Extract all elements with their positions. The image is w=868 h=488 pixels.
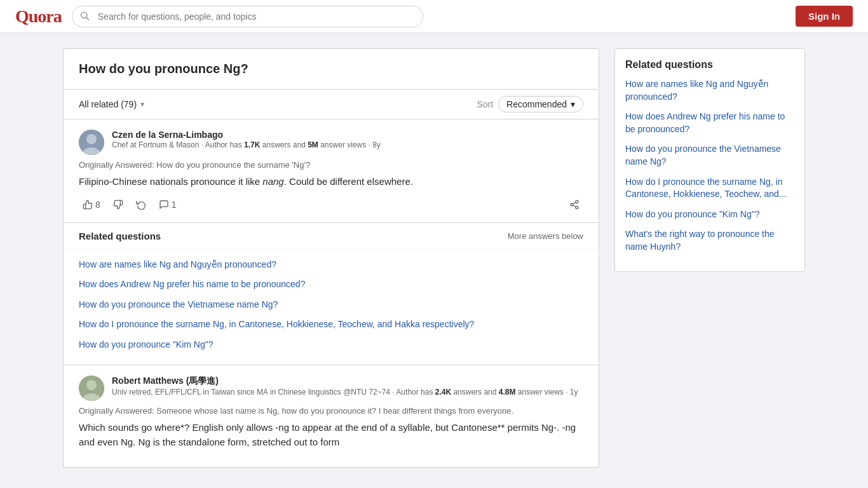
share-button[interactable] [566,197,583,212]
views-suffix: answer views · 8y [318,140,381,149]
views-suffix-2: answer views · 1y [516,388,578,396]
quora-logo: Quora [15,6,62,27]
list-item: What's the right way to pronounce the na… [625,228,794,253]
answer-text-2: Which sounds go where*? English only all… [79,421,583,449]
list-item: How do you pronounce the Vietnamese name… [79,295,583,315]
related-link-1[interactable]: How are names like Ng and Nguyễn pronoun… [79,259,276,269]
svg-line-1 [86,17,89,20]
author-info: Czen de la Serna-Limbago Chef at Fortnum… [112,130,381,151]
related-questions-feed-title: Related questions [79,231,161,241]
question-card: How do you pronounce Ng? [63,48,599,90]
related-link-5[interactable]: How do you pronounce "Kim Ng"? [79,339,214,349]
right-related-link-3[interactable]: How do you pronounce the Vietnamese name… [625,144,781,166]
search-input[interactable] [72,6,424,27]
comment-button[interactable]: 1 [155,197,180,212]
answer-text: Filipino-Chinese nationals pronounce it … [79,175,583,189]
right-related-link-6[interactable]: What's the right way to pronounce the na… [625,229,775,252]
related-link-3[interactable]: How do you pronounce the Vietnamese name… [79,299,278,309]
author-info-2: Robert Matthews (馬學進) Univ retired, EFL/… [112,376,578,398]
list-item: How do you pronounce the Vietnamese name… [625,143,794,168]
left-column: How do you pronounce Ng? All related (79… [63,48,599,468]
author-meta-2: Univ retired, EFL/FFL/CFL in Taiwan sinc… [112,387,578,398]
answers-suffix-2: answers and [451,388,499,396]
author-meta: Chef at Fortnum & Mason · Author has 1.7… [112,140,381,151]
comment-count: 1 [172,200,177,210]
sort-section: Sort Recommended ▾ [477,96,583,112]
italic-text: nang [262,176,283,187]
author-row-2: Robert Matthews (馬學進) Univ retired, EFL/… [79,376,583,401]
right-related-link-1[interactable]: How are names like Ng and Nguyễn pronoun… [625,79,768,102]
right-related-card: Related questions How are names like Ng … [614,48,805,272]
right-related-link-5[interactable]: How do you pronounce "Kim Ng"? [625,209,760,219]
answer-card-1: Czen de la Serna-Limbago Chef at Fortnum… [63,119,599,223]
all-related-filter[interactable]: All related (79) ▾ [79,99,144,109]
author-row: Czen de la Serna-Limbago Chef at Fortnum… [79,130,583,155]
upvote-button[interactable]: 8 [79,197,104,212]
chevron-down-icon: ▾ [571,99,575,109]
more-answers-label: More answers below [508,231,583,241]
svg-line-8 [573,205,576,207]
all-related-label: All related (79) [79,99,137,109]
list-item: How do you pronounce "Kim Ng"? [79,335,583,355]
author-name-2[interactable]: Robert Matthews (馬學進) [112,376,578,387]
right-related-link-4[interactable]: How do I pronounce the surname Ng, in Ca… [625,177,786,200]
originally-answered: Originally Answered: How do you pronounc… [79,160,583,170]
list-item: How are names like Ng and Nguyễn pronoun… [625,78,794,103]
list-item: How do you pronounce "Kim Ng"? [625,208,794,221]
views-count-2: 4.8M [499,388,516,396]
text-before-italic: Filipino-Chinese nationals pronounce it … [79,176,262,187]
filters-bar: All related (79) ▾ Sort Recommended ▾ [63,90,599,119]
originally-answered-2: Originally Answered: Someone whose last … [79,406,583,416]
answer-card-2: Robert Matthews (馬學進) Univ retired, EFL/… [63,365,599,468]
main-container: How do you pronounce Ng? All related (79… [53,33,815,483]
header: Quora Sign In [0,0,868,33]
svg-line-9 [573,202,576,204]
list-item: How do I pronounce the surname Ng, in Ca… [79,315,583,335]
sign-in-button[interactable]: Sign In [796,6,853,27]
svg-point-11 [86,380,97,390]
sort-dropdown[interactable]: Recommended ▾ [498,96,583,112]
list-item: How does Andrew Ng prefer his name to be… [625,111,794,135]
related-questions-feed-card: Related questions More answers below How… [63,223,599,366]
answer-actions: 8 1 [79,197,583,212]
right-related-link-2[interactable]: How does Andrew Ng prefer his name to be… [625,111,785,134]
chevron-down-icon: ▾ [140,100,144,109]
list-item: How does Andrew Ng prefer his name to be… [79,274,583,295]
downvote-button[interactable] [109,197,127,212]
search-bar-container [72,6,424,27]
avatar-2 [79,376,104,401]
right-column: Related questions How are names like Ng … [614,48,805,468]
views-count: 5M [308,140,318,149]
text-after-italic: . Could be different elsewhere. [284,176,413,187]
svg-point-3 [86,134,97,144]
search-icon [79,10,90,22]
answers-count: 1.7K [244,140,260,149]
sort-label: Sort [477,99,493,109]
related-link-4[interactable]: How do I pronounce the surname Ng, in Ca… [79,319,474,329]
list-item: How do I pronounce the surname Ng, in Ca… [625,176,794,201]
avatar [79,130,104,155]
related-questions-feed-header: Related questions More answers below [64,223,599,250]
list-item: How are names like Ng and Nguyễn pronoun… [79,255,583,275]
right-panel-title: Related questions [625,59,794,71]
related-link-2[interactable]: How does Andrew Ng prefer his name to be… [79,279,305,289]
answers-count-2: 2.4K [435,388,451,396]
related-list-feed: How are names like Ng and Nguyễn pronoun… [64,250,599,365]
question-title: How do you pronounce Ng? [79,62,583,76]
author-name[interactable]: Czen de la Serna-Limbago [112,130,381,140]
share-answer-button[interactable] [132,197,150,212]
upvote-count: 8 [95,200,100,210]
author-meta-prefix: Chef at Fortnum & Mason · Author has [112,140,244,149]
recommended-label: Recommended [506,99,567,109]
author-meta2-prefix: Univ retired, EFL/FFL/CFL in Taiwan sinc… [112,388,435,396]
answers-suffix: answers and [260,140,308,149]
